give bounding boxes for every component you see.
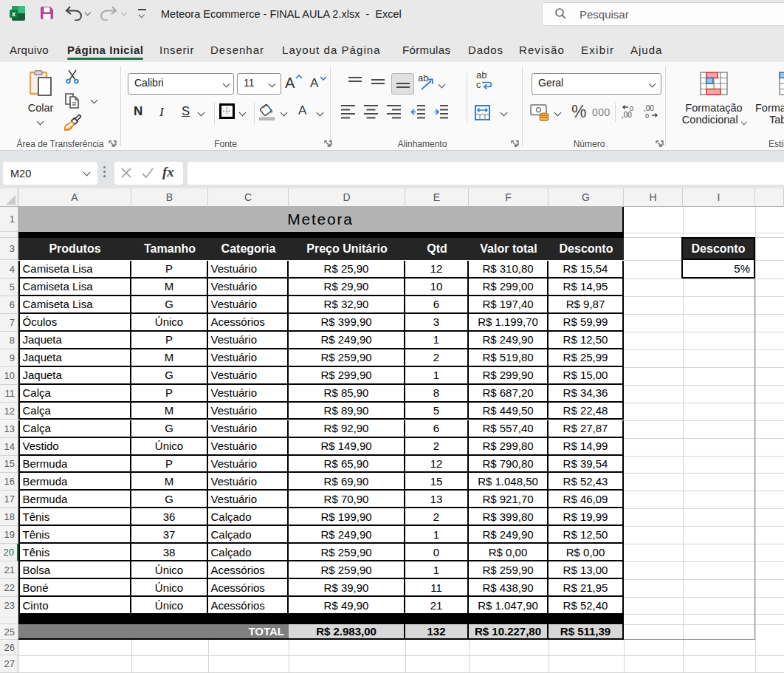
svg-text:,00: ,00 bbox=[644, 104, 654, 112]
svg-text:x: x bbox=[12, 10, 16, 18]
svg-text:0: 0 bbox=[645, 112, 649, 119]
svg-text:,00: ,00 bbox=[622, 111, 632, 119]
